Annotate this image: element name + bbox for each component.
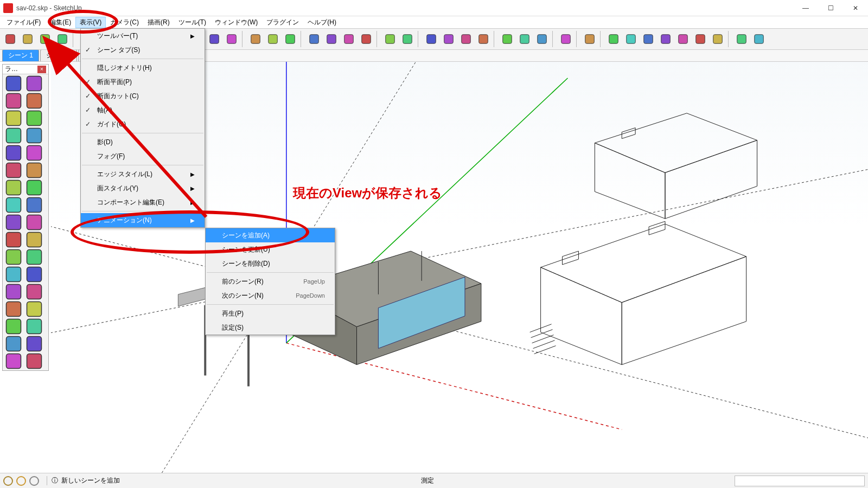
view-menu-item-3[interactable]: 隠しジオメトリ(H) xyxy=(81,61,205,75)
menu-item-6[interactable]: ウィンドウ(W) xyxy=(210,17,262,28)
paint-icon[interactable] xyxy=(37,31,53,47)
menu-item-7[interactable]: プラグイン xyxy=(262,17,303,28)
outliner-icon[interactable] xyxy=(399,31,416,47)
offset-icon[interactable] xyxy=(224,31,240,47)
view-menu-item-0[interactable]: ツールバー(T)▶ xyxy=(81,29,205,43)
palette-pencil-icon[interactable] xyxy=(4,93,23,109)
palette-tape-icon[interactable] xyxy=(4,232,23,248)
globe-icon[interactable] xyxy=(675,31,691,47)
zoom-icon[interactable] xyxy=(341,31,357,47)
anim-menu-item-1[interactable]: シーンを更新(U) xyxy=(206,242,335,256)
select-icon[interactable] xyxy=(2,31,18,47)
status-icon-2[interactable] xyxy=(16,476,26,486)
palette-prev-icon[interactable] xyxy=(24,318,44,335)
palette-rect-icon[interactable] xyxy=(4,127,23,144)
view-menu[interactable]: ツールバー(T)▶✓シーン タブ(S)隠しジオメトリ(H)✓断面平面(P)✓断面… xyxy=(80,28,205,228)
palette-section-icon[interactable] xyxy=(24,353,44,369)
scale-icon[interactable] xyxy=(206,31,222,47)
palette-text-icon[interactable] xyxy=(24,249,44,265)
status-icon-3[interactable] xyxy=(29,476,39,486)
menu-item-8[interactable]: ヘルプ(H) xyxy=(303,17,341,28)
maximize-button[interactable]: ☐ xyxy=(818,0,843,16)
view-menu-item-12[interactable]: エッジ スタイル(L)▶ xyxy=(81,167,205,181)
jw-icon[interactable] xyxy=(558,31,574,47)
palette-eraser-icon[interactable] xyxy=(24,93,44,109)
palette-3dtext-icon[interactable] xyxy=(24,266,44,282)
tri-icon[interactable] xyxy=(582,31,598,47)
palette-select-icon[interactable] xyxy=(4,75,23,92)
palette-offset-icon[interactable] xyxy=(24,179,44,196)
orbit-icon[interactable] xyxy=(306,31,322,47)
walk-icon[interactable] xyxy=(441,31,457,47)
view-menu-item-10[interactable]: フォグ(F) xyxy=(81,149,205,163)
close-button[interactable]: ✕ xyxy=(843,0,868,16)
palette-close-button[interactable]: × xyxy=(37,66,46,73)
palette-scale-icon[interactable] xyxy=(4,214,23,230)
pan-icon[interactable] xyxy=(323,31,340,47)
anim-menu-item-5[interactable]: 次のシーン(N)PageDown xyxy=(206,288,335,303)
scene-tab-1[interactable]: シーン 1 xyxy=(2,49,39,61)
look-icon[interactable] xyxy=(458,31,474,47)
status-icon-1[interactable] xyxy=(3,476,13,486)
eraser-icon[interactable] xyxy=(54,31,71,47)
anim-menu-item-0[interactable]: シーンを追加(A) xyxy=(206,228,335,242)
palette-orbit-icon[interactable] xyxy=(4,284,23,300)
menu-item-3[interactable]: カメラ(C) xyxy=(106,17,143,28)
palette-pos-icon[interactable] xyxy=(4,336,23,352)
animation-submenu[interactable]: シーンを追加(A)シーンを更新(U)シーンを削除(D)前のシーン(R)PageU… xyxy=(205,228,335,335)
view-menu-item-5[interactable]: ✓断面カット(C) xyxy=(81,89,205,103)
pencil-icon[interactable] xyxy=(20,31,36,47)
palette-zoom-icon[interactable] xyxy=(4,301,23,317)
grid2-icon[interactable] xyxy=(751,31,767,47)
palette-component-icon[interactable] xyxy=(24,75,44,92)
measurement-field[interactable] xyxy=(735,476,865,486)
palette-dims-icon[interactable] xyxy=(24,232,44,248)
scene-tab-2[interactable]: シーン 2 xyxy=(40,49,77,61)
box2-icon[interactable] xyxy=(516,31,533,47)
menu-item-2[interactable]: 表示(V) xyxy=(75,17,106,28)
anim-menu-item-4[interactable]: 前のシーン(R)PageUp xyxy=(206,274,335,288)
palette-pan-icon[interactable] xyxy=(24,284,44,300)
follow-icon[interactable] xyxy=(282,31,298,47)
palette-move-icon[interactable] xyxy=(4,197,23,213)
palette-pencil2-icon[interactable] xyxy=(24,127,44,144)
menu-item-1[interactable]: 編集(E) xyxy=(45,17,75,28)
sun-icon[interactable] xyxy=(692,31,709,47)
view-menu-item-14[interactable]: コンポーネント編集(E)▶ xyxy=(81,195,205,209)
palette-bucket-icon[interactable] xyxy=(4,110,23,126)
palette-zoomwin-icon[interactable] xyxy=(24,301,44,317)
palette-arc-icon[interactable] xyxy=(24,145,44,161)
view-menu-item-4[interactable]: ✓断面平面(P) xyxy=(81,75,205,89)
panel1-icon[interactable] xyxy=(605,31,622,47)
box3-icon[interactable] xyxy=(534,31,550,47)
palette-look-icon[interactable] xyxy=(24,336,44,352)
palette-push-icon[interactable] xyxy=(4,179,23,196)
anim-menu-item-7[interactable]: 再生(P) xyxy=(206,306,335,320)
palette-zoomext-icon[interactable] xyxy=(4,318,23,335)
grid1-icon[interactable] xyxy=(733,31,750,47)
earth-icon[interactable] xyxy=(475,31,492,47)
menu-item-0[interactable]: ファイル(F) xyxy=(2,17,45,28)
rotate3d-icon[interactable] xyxy=(265,31,281,47)
palette-walk-icon[interactable] xyxy=(4,353,23,369)
view-menu-item-6[interactable]: ✓軸(A) xyxy=(81,103,205,117)
palette-follow-icon[interactable] xyxy=(24,214,44,230)
anim-menu-item-2[interactable]: シーンを削除(D) xyxy=(206,256,335,271)
palette-poly-icon[interactable] xyxy=(4,162,23,178)
palette-freehand-icon[interactable] xyxy=(24,162,44,178)
view-menu-item-13[interactable]: 面スタイル(Y)▶ xyxy=(81,181,205,195)
tape-icon[interactable] xyxy=(247,31,264,47)
anim-menu-item-8[interactable]: 設定(S) xyxy=(206,320,335,335)
menu-item-5[interactable]: ツール(T) xyxy=(174,17,210,28)
palette-protractor-icon[interactable] xyxy=(4,249,23,265)
panel4-icon[interactable] xyxy=(658,31,674,47)
menu-item-4[interactable]: 描画(R) xyxy=(143,17,174,28)
box1-icon[interactable] xyxy=(499,31,515,47)
zoom-ext-icon[interactable] xyxy=(358,31,374,47)
palette-rotate-icon[interactable] xyxy=(24,197,44,213)
section-icon[interactable] xyxy=(423,31,439,47)
view-menu-item-7[interactable]: ✓ガイド(G) xyxy=(81,117,205,131)
palette-circle-icon[interactable] xyxy=(4,145,23,161)
panel2-icon[interactable] xyxy=(623,31,639,47)
layer-icon[interactable] xyxy=(382,31,398,47)
